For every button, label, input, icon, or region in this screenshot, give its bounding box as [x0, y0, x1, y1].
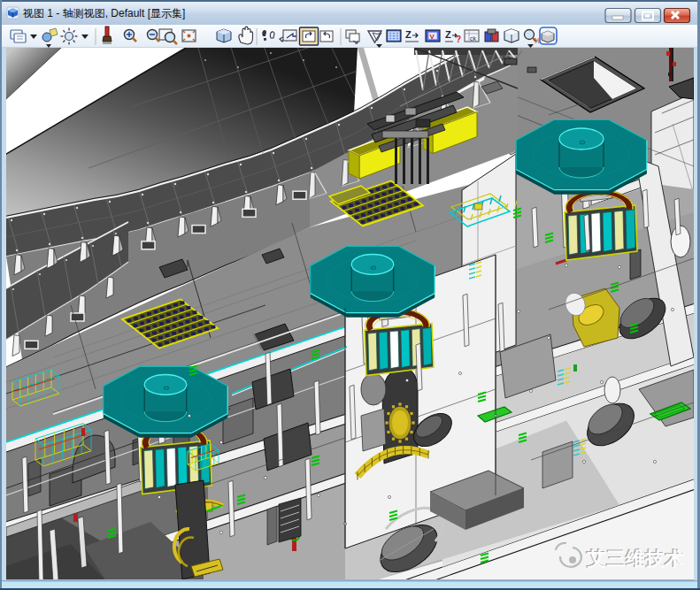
- svg-text:?: ?: [456, 34, 461, 44]
- svg-text:视图 1 - 轴测视图, Default [显示集]: 视图 1 - 轴测视图, Default [显示集]: [22, 7, 185, 19]
- svg-text:V: V: [430, 33, 435, 41]
- svg-text:ck: ck: [470, 35, 477, 42]
- svg-text:Z: Z: [405, 29, 412, 40]
- svg-text:Z: Z: [445, 29, 451, 40]
- svg-text:艾三维技术: 艾三维技术: [587, 548, 685, 570]
